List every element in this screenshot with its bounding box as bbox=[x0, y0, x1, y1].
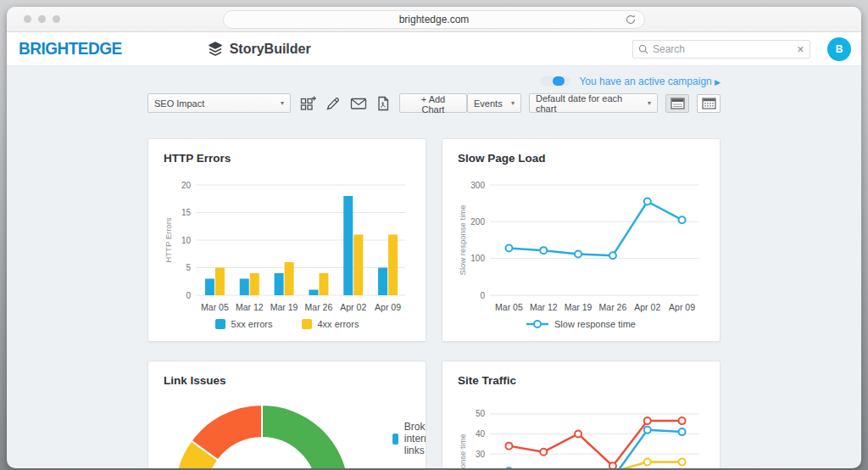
app-header: BRIGHTEDGE StoryBuilder ✕ B bbox=[7, 32, 861, 66]
chart-title: Link Issues bbox=[164, 374, 410, 387]
legend-swatch bbox=[302, 319, 312, 329]
svg-text:100: 100 bbox=[470, 254, 485, 263]
http-errors-card: HTTP Errors 05101520Mar 05Mar 12Mar 19Ma… bbox=[147, 138, 426, 342]
user-avatar[interactable]: B bbox=[827, 37, 851, 61]
date-range-select[interactable]: Default date for each chart ▾ bbox=[529, 93, 658, 113]
legend-item: Broken internal links bbox=[392, 421, 426, 456]
browser-window: brightedge.com BRIGHTEDGE StoryBuilder bbox=[7, 7, 861, 468]
svg-text:Mar 19: Mar 19 bbox=[270, 302, 298, 312]
storybuilder-app: StoryBuilder bbox=[207, 41, 311, 58]
chevron-down-icon: ▾ bbox=[281, 99, 284, 107]
pencil-icon bbox=[326, 96, 341, 111]
svg-text:Mar 26: Mar 26 bbox=[599, 302, 627, 312]
layers-icon bbox=[207, 41, 224, 58]
window-controls bbox=[24, 15, 60, 23]
clear-search-icon[interactable]: ✕ bbox=[797, 44, 804, 55]
svg-text:HTTP Errors: HTTP Errors bbox=[164, 217, 173, 262]
add-chart-button[interactable]: + Add Chart bbox=[399, 93, 467, 113]
add-dashboard-button[interactable] bbox=[300, 96, 316, 111]
events-select[interactable]: Events ▾ bbox=[467, 93, 521, 113]
search-input[interactable] bbox=[653, 43, 797, 55]
address-bar[interactable]: brightedge.com bbox=[223, 10, 645, 29]
legend-item: 5xx errors bbox=[215, 319, 273, 329]
svg-text:Mar 12: Mar 12 bbox=[530, 302, 558, 312]
active-campaign-link[interactable]: You have an active campaign ▶ bbox=[579, 76, 721, 87]
svg-text:Apr 09: Apr 09 bbox=[669, 302, 695, 312]
http-errors-bar-chart: 05101520Mar 05Mar 12Mar 19Mar 26Apr 02Ap… bbox=[164, 175, 410, 317]
slow-page-load-line-chart: 0100200300Mar 05Mar 12Mar 19Mar 26Apr 02… bbox=[458, 175, 704, 317]
pdf-file-icon bbox=[376, 96, 390, 111]
chart-title: HTTP Errors bbox=[164, 152, 410, 165]
chevron-down-icon: ▾ bbox=[511, 99, 515, 107]
edit-button[interactable] bbox=[326, 96, 341, 111]
chevron-down-icon: ▾ bbox=[648, 99, 651, 107]
svg-text:Apr 02: Apr 02 bbox=[340, 302, 366, 312]
svg-text:Slow response time: Slow response time bbox=[458, 205, 467, 276]
svg-text:30: 30 bbox=[476, 450, 486, 459]
search-box[interactable]: ✕ bbox=[632, 40, 810, 59]
svg-text:200: 200 bbox=[470, 217, 485, 227]
export-pdf-button[interactable] bbox=[376, 96, 390, 111]
svg-text:0: 0 bbox=[186, 291, 191, 300]
brightedge-logo: BRIGHTEDGE bbox=[19, 39, 122, 59]
svg-text:0: 0 bbox=[480, 291, 485, 300]
dashboard-main: You have an active campaign ▶ SEO Impact… bbox=[7, 66, 861, 468]
legend-label: 4xx errors bbox=[318, 319, 359, 329]
svg-text:Apr 09: Apr 09 bbox=[375, 302, 401, 312]
legend-label: 5xx errors bbox=[231, 319, 273, 329]
close-window-button[interactable] bbox=[24, 15, 31, 23]
envelope-icon bbox=[350, 97, 367, 110]
svg-text:response time: response time bbox=[458, 434, 467, 468]
calendar-view-toggle-button[interactable] bbox=[697, 94, 721, 113]
link-issues-donut-chart bbox=[164, 397, 364, 468]
calendar-view-icon bbox=[702, 98, 716, 109]
chart-legend: 5xx errors4xx errors bbox=[164, 319, 410, 329]
email-button[interactable] bbox=[350, 97, 367, 110]
svg-text:Mar 05: Mar 05 bbox=[201, 302, 229, 312]
refresh-icon[interactable] bbox=[625, 14, 637, 25]
chart-view-toggle-button[interactable] bbox=[665, 94, 689, 113]
svg-text:5: 5 bbox=[186, 263, 191, 272]
svg-text:40: 40 bbox=[476, 429, 486, 439]
site-traffic-card: Site Traffic 01020304050Mar 05Mar 12Mar … bbox=[442, 361, 721, 468]
panel-view-icon bbox=[670, 98, 685, 109]
app-title: StoryBuilder bbox=[230, 42, 311, 57]
zoom-window-button[interactable] bbox=[53, 15, 60, 23]
browser-chrome: brightedge.com bbox=[7, 7, 861, 32]
campaign-toggle[interactable] bbox=[540, 76, 570, 86]
chart-legend: Slow response time bbox=[458, 319, 704, 329]
url-text: brightedge.com bbox=[399, 14, 470, 25]
svg-text:Mar 12: Mar 12 bbox=[236, 302, 264, 312]
grid-add-icon bbox=[300, 96, 316, 111]
svg-text:50: 50 bbox=[476, 409, 486, 418]
legend-label: Broken internal links bbox=[404, 421, 426, 456]
chart-title: Slow Page Load bbox=[458, 152, 704, 165]
campaign-arrow-icon: ▶ bbox=[715, 78, 721, 87]
svg-text:Mar 19: Mar 19 bbox=[565, 302, 593, 312]
svg-text:Apr 02: Apr 02 bbox=[634, 302, 660, 312]
legend-swatch bbox=[392, 434, 398, 445]
chart-legend: Broken internal links4xx errorsToo many … bbox=[392, 397, 426, 468]
legend-label: Slow response time bbox=[554, 319, 636, 329]
toolbar: SEO Impact ▾ bbox=[147, 93, 721, 113]
desktop-backdrop: brightedge.com BRIGHTEDGE StoryBuilder bbox=[0, 0, 868, 470]
legend-item: 4xx errors bbox=[302, 319, 359, 329]
svg-text:15: 15 bbox=[181, 208, 192, 217]
charts-grid: HTTP Errors 05101520Mar 05Mar 12Mar 19Ma… bbox=[147, 138, 721, 468]
svg-text:10: 10 bbox=[181, 236, 192, 245]
legend-item: Slow response time bbox=[526, 319, 636, 329]
site-traffic-line-chart: 01020304050Mar 05Mar 12Mar 19Mar 26Apr 0… bbox=[458, 397, 704, 468]
minimize-window-button[interactable] bbox=[38, 15, 46, 23]
svg-text:Mar 26: Mar 26 bbox=[305, 302, 333, 312]
report-select[interactable]: SEO Impact ▾ bbox=[147, 93, 291, 113]
slow-page-load-card: Slow Page Load 0100200300Mar 05Mar 12Mar… bbox=[442, 138, 721, 342]
search-icon bbox=[638, 44, 648, 54]
link-issues-card: Link Issues Broken internal links4xx err… bbox=[147, 361, 426, 468]
svg-text:20: 20 bbox=[181, 181, 192, 190]
chart-title: Site Traffic bbox=[458, 374, 704, 387]
svg-text:Mar 05: Mar 05 bbox=[495, 302, 523, 312]
campaign-row: You have an active campaign ▶ bbox=[147, 75, 721, 87]
svg-text:300: 300 bbox=[470, 181, 485, 190]
legend-swatch bbox=[215, 319, 225, 329]
